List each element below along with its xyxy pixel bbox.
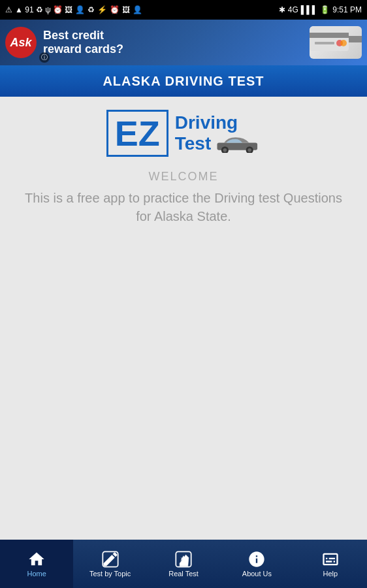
ad-text: Best creditreward cards? [43,29,303,56]
recycle-icon: ♻ [88,5,95,14]
svg-rect-0 [310,26,349,51]
nav-label-home: Home [27,570,46,578]
nav-item-real-test[interactable]: Real Test [147,540,220,588]
nav-label-help: Help [323,570,338,578]
welcome-section: WELCOME This is a free app to practice t… [13,170,354,225]
driving-label: Driving [175,112,261,133]
warning-icon: ⚠ [5,5,12,14]
credit-card-image [310,26,362,59]
nav-label-real-test: Real Test [168,570,199,578]
logo-area: EZ Driving Test [106,110,261,157]
usb-icon: ⚡ [97,5,107,14]
welcome-body: This is a free app to practice the Drivi… [20,189,347,225]
nav-item-home[interactable]: Home [0,540,73,588]
svg-point-4 [340,40,347,46]
signal-text: 4G [288,5,298,14]
home-icon [27,550,46,568]
app-title: ALASKA DRIVING TEST [103,74,264,89]
car-icon [215,135,261,153]
ad-banner[interactable]: Ask Best creditreward cards? ⓘ [0,20,367,65]
help-icon [321,550,340,568]
test-label: Test [175,133,261,154]
battery-icon: 🔋 [320,5,330,14]
bluetooth-icon: ✱ [279,5,285,14]
battery-percent: ▲ 91 ♻ ψ ⏰ 🖼 👤 [15,5,85,14]
svg-rect-1 [310,33,349,38]
nav-label-about-us: About Us [242,570,272,578]
main-content: EZ Driving Test [0,97,367,540]
status-bar: ⚠ ▲ 91 ♻ ψ ⏰ 🖼 👤 ♻ ⚡ ⏰ 🖼 👤 ✱ 4G ▌▌▌ 🔋 9:… [0,0,367,20]
alarm-icon: ⏰ [110,5,120,14]
svg-rect-2 [315,42,334,44]
ask-logo: Ask [5,27,37,58]
status-left-icons: ⚠ ▲ 91 ♻ ψ ⏰ 🖼 👤 ♻ ⚡ ⏰ 🖼 👤 [5,5,142,14]
nav-item-about-us[interactable]: About Us [220,540,293,588]
svg-point-7 [223,148,227,152]
ez-logo-box: EZ [106,110,168,157]
real-test-icon [174,550,193,568]
time-display: 9:51 PM [332,5,362,14]
ez-letters: EZ [115,116,160,151]
about-us-icon [247,550,266,568]
nav-item-test-by-topic[interactable]: Test by Topic [73,540,146,588]
info-badge: ⓘ [39,52,50,63]
bottom-nav: Home Test by Topic Real Test About Us He… [0,540,367,588]
nav-label-test-by-topic: Test by Topic [89,570,131,578]
status-right-icons: ✱ 4G ▌▌▌ 🔋 9:51 PM [279,5,362,14]
test-by-topic-icon [101,550,120,568]
welcome-label: WELCOME [20,170,347,184]
svg-point-9 [248,148,252,152]
user-icon: 👤 [133,5,142,14]
logo-text-block: Driving Test [171,112,261,154]
app-header: ALASKA DRIVING TEST [0,65,367,97]
nav-item-help[interactable]: Help [294,540,367,588]
image-icon: 🖼 [122,5,130,14]
signal-bars: ▌▌▌ [301,5,318,14]
